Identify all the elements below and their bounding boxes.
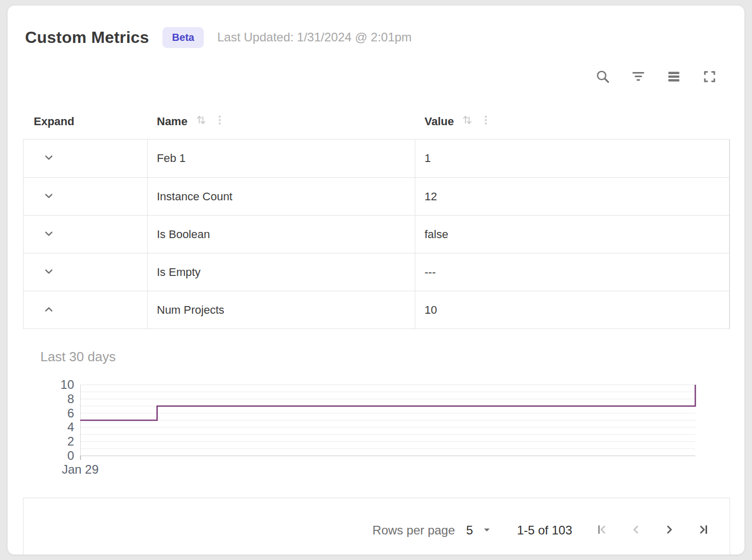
column-menu-icon[interactable]	[214, 114, 226, 129]
expand-button[interactable]	[39, 263, 58, 282]
dropdown-arrow-icon	[481, 524, 492, 537]
chevron-down-icon	[42, 151, 56, 166]
name-cell: Is Boolean	[148, 216, 415, 253]
column-header-name[interactable]: Name	[148, 104, 415, 139]
expand-cell	[24, 216, 148, 253]
table-row: Is Boolean false	[24, 215, 729, 253]
search-icon	[595, 68, 610, 86]
metric-history-chart: 1086420 Jan 29	[8, 385, 745, 492]
density-button[interactable]	[663, 66, 685, 88]
page-background: Custom Metrics Beta Last Updated: 1/31/2…	[0, 0, 752, 560]
filter-icon	[630, 68, 646, 86]
card-header: Custom Metrics Beta Last Updated: 1/31/2…	[25, 24, 412, 51]
y-axis-tick-label: 8	[39, 391, 74, 407]
chevron-down-icon	[42, 265, 56, 280]
pagination-controls	[591, 519, 714, 542]
table-footer: Rows per page 5 1-5 of 103	[23, 498, 730, 555]
column-label: Value	[425, 115, 454, 128]
expand-button[interactable]	[39, 187, 58, 206]
column-header-expand: Expand	[23, 104, 148, 139]
value-cell: 12	[415, 178, 729, 215]
name-cell: Num Projects	[148, 291, 415, 329]
name-cell: Instance Count	[148, 178, 415, 215]
column-label: Expand	[34, 115, 74, 128]
y-axis-tick-label: 10	[39, 377, 74, 392]
pagination-range: 1-5 of 103	[517, 523, 572, 538]
y-axis-tick-label: 6	[39, 406, 74, 421]
next-page-button[interactable]	[658, 519, 680, 542]
rows-per-page-label: Rows per page	[372, 523, 455, 538]
first-page-button[interactable]	[591, 519, 613, 542]
expand-button[interactable]	[39, 149, 58, 168]
column-label: Name	[157, 115, 187, 128]
chevron-down-icon	[42, 189, 56, 204]
step-line-plot	[80, 385, 695, 456]
last-updated-text: Last Updated: 1/31/2024 @ 2:01pm	[217, 30, 412, 44]
chevron-up-icon	[42, 302, 56, 318]
first-page-icon	[595, 522, 609, 539]
expand-cell	[24, 139, 148, 177]
expand-cell	[24, 291, 148, 329]
y-axis-tick-label: 0	[39, 448, 74, 463]
sort-icon[interactable]	[194, 113, 208, 130]
table-row: Instance Count 12	[24, 177, 729, 215]
column-menu-icon[interactable]	[480, 114, 492, 129]
table-row-expanded: Num Projects 10	[24, 291, 729, 329]
table-row: Feb 1 1	[24, 139, 729, 177]
collapse-button[interactable]	[39, 300, 58, 320]
rows-per-page-value: 5	[466, 523, 473, 538]
x-axis-label: Jan 29	[50, 462, 111, 477]
name-cell: Is Empty	[148, 253, 415, 291]
density-icon	[666, 69, 682, 86]
value-cell: 10	[415, 291, 729, 329]
name-cell: Feb 1	[148, 139, 415, 177]
previous-page-button[interactable]	[624, 519, 647, 542]
value-cell: false	[415, 216, 729, 253]
table-toolbar	[591, 66, 721, 88]
table-header-row: Expand Name	[23, 104, 730, 139]
sort-icon[interactable]	[460, 113, 474, 130]
value-cell: 1	[415, 139, 729, 177]
expand-button[interactable]	[39, 225, 58, 244]
table-body: Feb 1 1 Instance Count 12	[23, 139, 730, 329]
chart-title: Last 30 days	[40, 349, 115, 365]
table-row: Is Empty ---	[24, 253, 729, 291]
beta-badge: Beta	[162, 27, 204, 48]
expand-cell	[24, 178, 148, 215]
y-axis-tick-label: 4	[39, 419, 74, 435]
expand-cell	[24, 253, 148, 291]
search-button[interactable]	[591, 66, 614, 88]
page-title: Custom Metrics	[25, 28, 149, 47]
filter-button[interactable]	[627, 66, 649, 88]
custom-metrics-card: Custom Metrics Beta Last Updated: 1/31/2…	[7, 5, 745, 555]
last-page-icon	[696, 522, 711, 539]
y-axis-tick-label: 2	[39, 434, 74, 449]
fullscreen-button[interactable]	[698, 66, 721, 88]
chevron-left-icon	[628, 522, 643, 539]
column-header-value[interactable]: Value	[415, 104, 730, 139]
chevron-down-icon	[42, 227, 56, 242]
fullscreen-icon	[702, 69, 717, 86]
value-cell: ---	[415, 253, 729, 291]
rows-per-page-select[interactable]: 5	[466, 523, 492, 538]
chevron-right-icon	[662, 522, 677, 539]
last-page-button[interactable]	[692, 519, 714, 542]
